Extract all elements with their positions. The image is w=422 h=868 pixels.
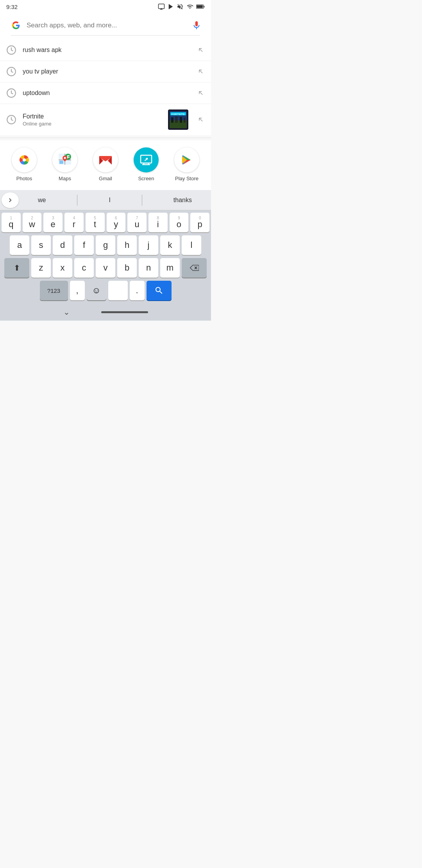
key-d[interactable]: d (53, 235, 72, 255)
search-bar-container (0, 12, 211, 39)
key-x[interactable]: x (53, 258, 72, 278)
key-n[interactable]: n (139, 258, 158, 278)
status-time: 9:32 (6, 4, 18, 10)
key-symbols[interactable]: ?123 (40, 281, 68, 300)
key-m[interactable]: m (160, 258, 180, 278)
key-row-4: ?123 , ☺ . (2, 281, 209, 300)
key-p[interactable]: 0p (190, 213, 209, 232)
key-j[interactable]: j (139, 235, 158, 255)
nav-pill[interactable] (101, 311, 148, 313)
key-period[interactable]: . (130, 281, 145, 300)
word-suggestions: we I thanks (20, 194, 209, 206)
key-u[interactable]: 7u (127, 213, 147, 232)
keys-area: 1q 2w 3e 4r 5t 6y 7u 8i 9o 0p a s d f g … (0, 210, 211, 305)
key-f[interactable]: f (74, 235, 94, 255)
key-i[interactable]: 8i (148, 213, 168, 232)
svg-rect-15 (184, 118, 186, 123)
svg-rect-25 (99, 156, 112, 157)
suggestion-item[interactable]: you tv player (0, 61, 211, 82)
app-item-play-store[interactable]: Play Store (171, 147, 202, 181)
svg-rect-13 (175, 117, 178, 123)
app-item-photos[interactable]: Photos (9, 147, 40, 181)
key-a[interactable]: a (10, 235, 29, 255)
key-space[interactable] (108, 281, 128, 300)
key-c[interactable]: c (74, 258, 94, 278)
key-h[interactable]: h (117, 235, 137, 255)
app-label-photos: Photos (16, 176, 32, 181)
svg-rect-12 (171, 117, 173, 123)
arrow-up-left-icon (197, 116, 205, 124)
suggestions-list: rush wars apk you tv player uptodown (0, 39, 211, 135)
svg-rect-2 (204, 6, 204, 8)
key-shift[interactable]: ⬆ (4, 258, 29, 278)
keyboard: we I thanks 1q 2w 3e 4r 5t 6y 7u 8i 9o 0… (0, 190, 211, 321)
key-delete[interactable] (182, 258, 207, 278)
app-item-maps[interactable]: Maps (49, 147, 80, 181)
app-item-gmail[interactable]: Gmail (90, 147, 121, 181)
mute-icon (177, 3, 184, 10)
key-q[interactable]: 1q (2, 213, 21, 232)
expand-suggestions-button[interactable] (2, 192, 19, 208)
key-b[interactable]: b (117, 258, 137, 278)
mic-icon[interactable] (191, 20, 202, 30)
search-bar[interactable] (5, 16, 206, 35)
app-icon-gmail (93, 147, 118, 172)
app-icon-maps (52, 147, 77, 172)
suggestion-item[interactable]: uptodown (0, 82, 211, 104)
suggestion-subtitle: Online game (23, 121, 162, 127)
key-y[interactable]: 6y (107, 213, 126, 232)
clock-icon (6, 45, 16, 55)
status-icons (158, 3, 205, 10)
suggestion-text-block: rush wars apk (23, 47, 191, 54)
key-emoji[interactable]: ☺ (87, 281, 106, 300)
screenshot-icon (158, 3, 165, 10)
key-search[interactable] (147, 281, 172, 300)
arrow-up-left-icon (197, 89, 205, 97)
suggestion-item[interactable]: Fortnite Online game (0, 104, 211, 135)
key-s[interactable]: s (31, 235, 51, 255)
svg-point-23 (64, 157, 66, 159)
app-label-maps: Maps (59, 176, 71, 181)
suggestion-title: uptodown (23, 90, 191, 97)
app-icon-photos (12, 147, 37, 172)
app-icon-screen (134, 147, 159, 172)
clock-icon (6, 115, 16, 125)
wifi-icon (186, 4, 194, 10)
svg-rect-21 (59, 161, 63, 164)
app-label-play-store: Play Store (175, 176, 198, 181)
keyboard-hide-button[interactable]: ⌄ (63, 307, 70, 317)
key-g[interactable]: g (96, 235, 115, 255)
app-label-screen: Screen (138, 176, 154, 181)
svg-point-18 (23, 158, 26, 161)
key-v[interactable]: v (96, 258, 115, 278)
key-r[interactable]: 4r (64, 213, 84, 232)
key-w[interactable]: 2w (23, 213, 42, 232)
suggestion-title: you tv player (23, 68, 191, 75)
app-item-screen[interactable]: Screen (131, 147, 162, 181)
search-input[interactable] (27, 22, 188, 29)
suggestion-text-block: you tv player (23, 68, 191, 75)
key-z[interactable]: z (31, 258, 51, 278)
clock-icon (6, 88, 16, 98)
key-row-3: ⬆ z x c v b n m (2, 258, 209, 278)
key-l[interactable]: l (182, 235, 201, 255)
key-k[interactable]: k (160, 235, 180, 255)
battery-icon (196, 4, 205, 9)
svg-rect-3 (197, 5, 203, 8)
svg-rect-0 (159, 4, 165, 9)
key-comma[interactable]: , (70, 281, 85, 300)
word-suggestion-thanks[interactable]: thanks (170, 194, 196, 206)
clock-icon (6, 66, 16, 77)
search-divider (11, 35, 200, 36)
word-suggestion-we[interactable]: we (34, 194, 50, 206)
suggestion-title: rush wars apk (23, 47, 191, 54)
suggestion-item[interactable]: rush wars apk (0, 39, 211, 61)
key-o[interactable]: 9o (170, 213, 189, 232)
arrow-up-left-icon (197, 68, 205, 75)
key-e[interactable]: 3e (43, 213, 63, 232)
svg-text:FORTNITE: FORTNITE (172, 113, 185, 115)
section-divider (0, 138, 211, 138)
word-suggestion-i[interactable]: I (105, 194, 114, 206)
key-t[interactable]: 5t (86, 213, 105, 232)
apps-row: Photos Maps (0, 140, 211, 190)
